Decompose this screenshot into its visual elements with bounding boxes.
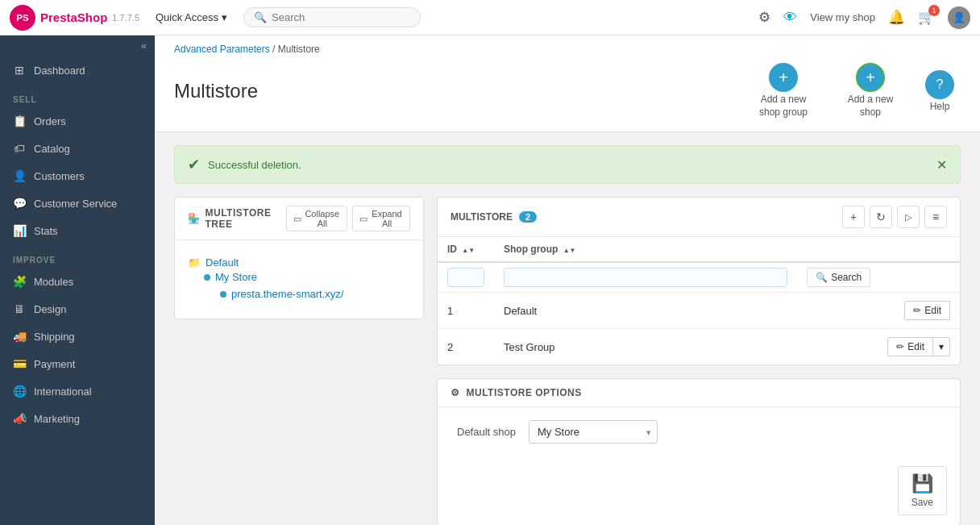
logo-area: PS PrestaShop 1.7.7.5 bbox=[10, 5, 139, 31]
gear-options-icon: ⚙ bbox=[451, 387, 460, 398]
pencil-icon: ✏ bbox=[913, 305, 921, 316]
tree-folder-icon: 📁 bbox=[188, 256, 201, 269]
table-header-actions: + ↻ ▷ ≡ bbox=[842, 206, 947, 228]
two-column-layout: 🏪 MULTISTORE TREE ▭ Collapse All ▭ bbox=[174, 197, 961, 525]
tree-my-store-link[interactable]: My Store bbox=[204, 269, 410, 285]
tree-actions: ▭ Collapse All ▭ Expand All bbox=[286, 206, 410, 231]
sidebar-item-catalog[interactable]: 🏷 Catalog bbox=[0, 135, 155, 162]
shipping-icon: 🚚 bbox=[13, 330, 26, 343]
add-row-button[interactable]: + bbox=[842, 206, 865, 228]
multistore-options-card: ⚙ MULTISTORE OPTIONS Default shop My Sto… bbox=[437, 378, 961, 525]
export-button[interactable]: ≡ bbox=[924, 206, 947, 228]
content-area: Advanced Parameters / Multistore Multist… bbox=[155, 35, 980, 525]
sidebar-item-shipping[interactable]: 🚚 Shipping bbox=[0, 323, 155, 350]
filter-shop-group-input[interactable] bbox=[504, 268, 787, 287]
default-shop-select-wrapper: My Store Test Group ▾ bbox=[529, 420, 658, 444]
tree-dot-my-store bbox=[204, 274, 210, 281]
dashboard-icon: ⊞ bbox=[13, 64, 26, 77]
save-button[interactable]: 💾 Save bbox=[898, 466, 947, 515]
stats-icon: 📊 bbox=[13, 224, 26, 237]
search-bar[interactable]: 🔍 bbox=[243, 7, 421, 27]
add-shop-group-button[interactable]: + Add a new shop group bbox=[745, 60, 822, 122]
tree-title: 🏪 MULTISTORE TREE bbox=[188, 207, 286, 230]
alert-close-button[interactable]: ✕ bbox=[936, 157, 947, 173]
catalog-icon: 🏷 bbox=[13, 142, 26, 155]
customer-service-icon: 💬 bbox=[13, 197, 26, 210]
content-body: ✔ Successful deletion. ✕ 🏪 MULTISTORE TR… bbox=[155, 132, 980, 525]
check-icon: ✔ bbox=[188, 156, 200, 173]
table-title: MULTISTORE 2 bbox=[451, 211, 537, 223]
row1-edit-group: ✏ Edit bbox=[904, 301, 950, 320]
help-button[interactable]: ? Help bbox=[919, 67, 961, 115]
breadcrumb-parent[interactable]: Advanced Parameters bbox=[174, 44, 270, 55]
row2-shop-group: Test Group bbox=[494, 329, 797, 365]
count-badge: 2 bbox=[519, 211, 537, 223]
pencil-icon: ✏ bbox=[896, 341, 904, 352]
customers-icon: 👤 bbox=[13, 169, 26, 182]
tree-grandchild-link[interactable]: presta.theme-smart.xyz/ bbox=[220, 285, 410, 302]
sidebar-item-orders[interactable]: 📋 Orders bbox=[0, 107, 155, 135]
sidebar-item-design[interactable]: 🖥 Design bbox=[0, 295, 155, 323]
cart-icon[interactable]: 🛒 1 bbox=[918, 9, 935, 26]
marketing-icon: 📣 bbox=[13, 412, 26, 425]
sidebar-item-payment[interactable]: 💳 Payment bbox=[0, 350, 155, 377]
sidebar-item-customer-service[interactable]: 💬 Customer Service bbox=[0, 190, 155, 217]
design-icon: 🖥 bbox=[13, 302, 26, 315]
sidebar-item-customers[interactable]: 👤 Customers bbox=[0, 162, 155, 190]
row2-edit-dropdown[interactable]: ▾ bbox=[933, 337, 950, 356]
row1-shop-group: Default bbox=[494, 293, 797, 329]
content-header: Advanced Parameters / Multistore Multist… bbox=[155, 35, 980, 132]
bell-icon[interactable]: 🔔 bbox=[888, 9, 905, 26]
prestashop-logo: PS bbox=[10, 5, 35, 31]
top-navigation: PS PrestaShop 1.7.7.5 Quick Access ▾ 🔍 ⚙… bbox=[0, 0, 980, 35]
search-input[interactable] bbox=[272, 11, 410, 23]
sql-button[interactable]: ▷ bbox=[897, 206, 920, 228]
floppy-disk-icon: 💾 bbox=[911, 473, 933, 494]
filter-id-input[interactable] bbox=[447, 268, 484, 287]
app-version: 1.7.7.5 bbox=[112, 13, 139, 23]
alert-message: Successful deletion. bbox=[208, 159, 301, 171]
table-section-header: MULTISTORE 2 + ↻ ▷ ≡ bbox=[438, 198, 960, 237]
eye-icon[interactable]: 👁 bbox=[783, 10, 797, 26]
table-row: 1 Default ✏ Edit bbox=[438, 293, 960, 329]
col-id[interactable]: ID ▲▼ bbox=[438, 237, 494, 262]
row2-edit-group: ✏ Edit ▾ bbox=[887, 337, 950, 356]
multistore-tree-card: 🏪 MULTISTORE TREE ▭ Collapse All ▭ bbox=[174, 197, 424, 319]
sidebar-item-international[interactable]: 🌐 International bbox=[0, 377, 155, 405]
payment-icon: 💳 bbox=[13, 357, 26, 370]
shop-group-sort-icons: ▲▼ bbox=[563, 248, 576, 254]
sidebar-item-dashboard[interactable]: ⊞ Dashboard bbox=[0, 56, 155, 84]
save-section: 💾 Save bbox=[438, 456, 960, 525]
refresh-button[interactable]: ↻ bbox=[870, 206, 892, 228]
table-search-button[interactable]: 🔍 Search bbox=[807, 268, 870, 287]
sidebar: « ⊞ Dashboard SELL 📋 Orders 🏷 Catalog 👤 … bbox=[0, 35, 155, 525]
help-icon: ? bbox=[925, 70, 954, 99]
main-layout: « ⊞ Dashboard SELL 📋 Orders 🏷 Catalog 👤 … bbox=[0, 35, 980, 525]
filter-row: 🔍 Search bbox=[438, 262, 960, 293]
tree-default-link[interactable]: 📁 Default bbox=[188, 256, 410, 269]
quick-access-menu[interactable]: Quick Access ▾ bbox=[149, 8, 234, 27]
default-shop-select[interactable]: My Store Test Group bbox=[529, 420, 658, 444]
sidebar-item-stats[interactable]: 📊 Stats bbox=[0, 217, 155, 244]
table-row: 2 Test Group ✏ Edit ▾ bbox=[438, 329, 960, 365]
add-shop-group-icon: + bbox=[769, 63, 798, 92]
breadcrumb: Advanced Parameters / Multistore bbox=[174, 44, 961, 55]
gear-icon[interactable]: ⚙ bbox=[758, 9, 770, 26]
tree-header: 🏪 MULTISTORE TREE ▭ Collapse All ▭ bbox=[175, 198, 423, 240]
svg-text:PS: PS bbox=[16, 13, 29, 23]
modules-icon: 🧩 bbox=[13, 275, 26, 288]
row2-edit-button[interactable]: ✏ Edit bbox=[887, 337, 933, 356]
international-icon: 🌐 bbox=[13, 385, 26, 398]
col-actions-header bbox=[797, 237, 960, 262]
sidebar-item-marketing[interactable]: 📣 Marketing bbox=[0, 405, 155, 432]
col-shop-group[interactable]: Shop group ▲▼ bbox=[494, 237, 797, 262]
user-avatar[interactable]: 👤 bbox=[948, 6, 970, 29]
sidebar-item-modules[interactable]: 🧩 Modules bbox=[0, 268, 155, 295]
collapse-icon: ▭ bbox=[293, 214, 301, 224]
collapse-all-button[interactable]: ▭ Collapse All bbox=[286, 206, 347, 231]
view-shop-button[interactable]: View my shop bbox=[810, 11, 875, 23]
add-shop-button[interactable]: + Add a new shop bbox=[832, 60, 909, 122]
expand-all-button[interactable]: ▭ Expand All bbox=[352, 206, 410, 231]
row1-edit-button[interactable]: ✏ Edit bbox=[904, 301, 950, 320]
sidebar-collapse-btn[interactable]: « bbox=[0, 35, 155, 56]
